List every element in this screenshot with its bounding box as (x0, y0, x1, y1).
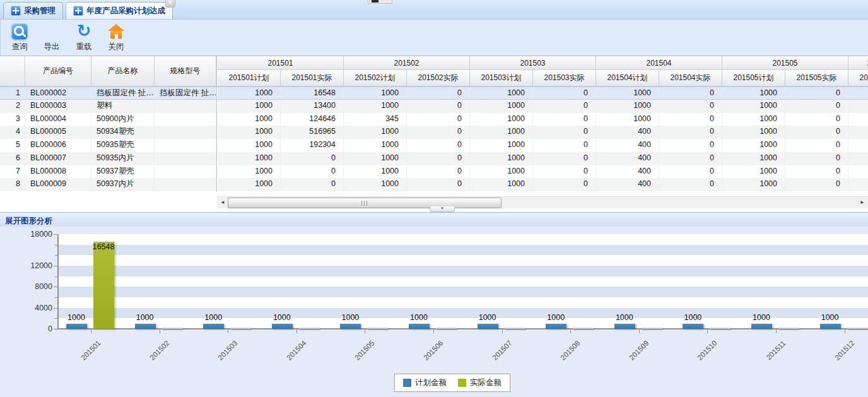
column-header[interactable]: 201501计划 (218, 70, 281, 86)
value-cell[interactable] (848, 178, 868, 191)
value-cell[interactable]: 516965 (281, 126, 344, 139)
value-cell[interactable] (848, 87, 868, 99)
product-name-cell[interactable]: 50900内片 (91, 113, 155, 126)
close-icon[interactable]: ✕ (165, 0, 175, 8)
value-cell[interactable]: 0 (533, 178, 596, 191)
column-header[interactable]: 201504实际 (659, 70, 722, 86)
table-row[interactable]: 100001000010000400010000 (218, 152, 868, 165)
month-group-header[interactable]: 201503 (470, 56, 596, 70)
value-cell[interactable]: 124646 (281, 113, 344, 126)
value-cell[interactable]: 0 (533, 165, 596, 179)
product-name-cell[interactable]: 50937塑壳 (91, 165, 155, 179)
column-header[interactable]: 201503实际 (533, 70, 596, 86)
value-cell[interactable]: 0 (785, 139, 848, 152)
value-cell[interactable]: 1000 (722, 100, 785, 113)
product-name-cell[interactable]: 50934塑壳 (91, 126, 155, 139)
scroll-left-arrow-icon[interactable]: ◄ (218, 197, 228, 208)
value-cell[interactable]: 0 (659, 113, 722, 126)
tab-annual-plan-achievement[interactable]: 年度产品采购计划达成 ✕ (66, 2, 173, 19)
product-name-cell[interactable]: 挡板固定件 扯… (91, 87, 155, 99)
month-group-header[interactable]: 201502 (344, 56, 470, 70)
value-cell[interactable]: 0 (659, 100, 722, 113)
spec-model-cell[interactable] (155, 178, 216, 191)
value-cell[interactable]: 192304 (281, 139, 344, 152)
value-cell[interactable]: 0 (407, 165, 470, 179)
row-number-cell[interactable]: 1 (0, 87, 25, 99)
value-cell[interactable]: 0 (281, 178, 344, 191)
value-cell[interactable]: 0 (785, 87, 848, 99)
reload-button[interactable]: ↻重载 (70, 23, 98, 52)
product-code-cell[interactable]: BL000008 (25, 165, 91, 179)
value-cell[interactable]: 1000 (470, 139, 533, 152)
spec-model-cell[interactable] (155, 113, 216, 126)
value-cell[interactable]: 1000 (470, 87, 533, 99)
value-cell[interactable] (848, 100, 868, 113)
value-cell[interactable]: 16548 (281, 87, 344, 99)
value-cell[interactable]: 0 (659, 139, 722, 152)
value-cell[interactable]: 1000 (218, 113, 281, 126)
value-cell[interactable]: 0 (659, 152, 722, 165)
month-group-header[interactable]: 201506 (848, 56, 868, 70)
panel-collapse-handle[interactable]: ▼ (430, 206, 455, 212)
value-cell[interactable]: 1000 (722, 87, 785, 99)
month-group-header[interactable]: 201504 (596, 56, 722, 70)
query-button[interactable]: 查询 (6, 23, 33, 52)
value-cell[interactable]: 1000 (344, 152, 407, 165)
spec-model-cell[interactable] (155, 139, 216, 152)
value-cell[interactable]: 0 (785, 152, 848, 165)
value-cell[interactable]: 1000 (344, 87, 407, 99)
value-cell[interactable]: 1000 (218, 152, 281, 165)
table-row[interactable]: 2BL000003塑料 (0, 100, 216, 113)
export-button[interactable]: 导出 (38, 23, 66, 52)
value-cell[interactable]: 1000 (218, 87, 281, 99)
value-cell[interactable]: 0 (785, 165, 848, 179)
value-cell[interactable]: 1000 (596, 87, 659, 99)
value-cell[interactable]: 0 (659, 178, 722, 191)
value-cell[interactable]: 1000 (218, 100, 281, 113)
value-cell[interactable]: 13400 (281, 100, 344, 113)
column-header[interactable] (0, 56, 25, 86)
value-cell[interactable]: 1000 (470, 178, 533, 191)
value-cell[interactable]: 1000 (470, 126, 533, 139)
product-code-cell[interactable]: BL000004 (25, 113, 91, 126)
value-cell[interactable]: 0 (533, 113, 596, 126)
table-row[interactable]: 1BL000002挡板固定件 扯…挡板固定件 扯… (0, 86, 216, 100)
spec-model-cell[interactable] (155, 100, 216, 113)
value-cell[interactable]: 1000 (470, 113, 533, 126)
column-header[interactable]: 201501实际 (281, 70, 344, 86)
value-cell[interactable]: 1000 (722, 165, 785, 179)
table-row[interactable]: 10001340010000100001000010000 (218, 100, 868, 113)
table-row[interactable]: 10001246463450100001000010000 (218, 113, 868, 126)
value-cell[interactable]: 1000 (344, 139, 407, 152)
value-cell[interactable]: 1000 (218, 126, 281, 139)
product-code-cell[interactable]: BL000003 (25, 100, 91, 113)
table-row[interactable]: 10001923041000010000400010000 (218, 139, 868, 152)
value-cell[interactable]: 0 (533, 87, 596, 99)
table-row[interactable]: 5BL00000650935塑壳 (0, 139, 216, 152)
value-cell[interactable]: 400 (596, 126, 659, 139)
value-cell[interactable]: 0 (533, 152, 596, 165)
value-cell[interactable]: 1000 (344, 178, 407, 191)
value-cell[interactable] (848, 113, 868, 126)
value-cell[interactable]: 1000 (470, 165, 533, 179)
value-cell[interactable]: 0 (281, 152, 344, 165)
value-cell[interactable]: 0 (659, 87, 722, 99)
value-cell[interactable]: 1000 (722, 113, 785, 126)
value-cell[interactable]: 1000 (218, 139, 281, 152)
value-cell[interactable]: 0 (407, 139, 470, 152)
horizontal-scrollbar[interactable]: ◄► (217, 196, 868, 208)
value-cell[interactable]: 1000 (470, 100, 533, 113)
spec-model-cell[interactable]: 挡板固定件 扯… (155, 87, 216, 99)
spec-model-cell[interactable] (155, 165, 216, 179)
value-cell[interactable]: 0 (659, 165, 722, 179)
value-cell[interactable]: 1000 (722, 178, 785, 191)
month-group-header[interactable]: 201501 (218, 56, 344, 70)
value-cell[interactable]: 0 (407, 87, 470, 99)
value-cell[interactable]: 345 (344, 113, 407, 126)
row-number-cell[interactable]: 5 (0, 139, 25, 152)
tab-procurement-management[interactable]: 采购管理 (3, 2, 63, 19)
value-cell[interactable] (848, 165, 868, 179)
product-code-cell[interactable]: BL000006 (25, 139, 91, 152)
value-cell[interactable]: 0 (533, 139, 596, 152)
column-header[interactable]: 201505实际 (785, 70, 848, 86)
